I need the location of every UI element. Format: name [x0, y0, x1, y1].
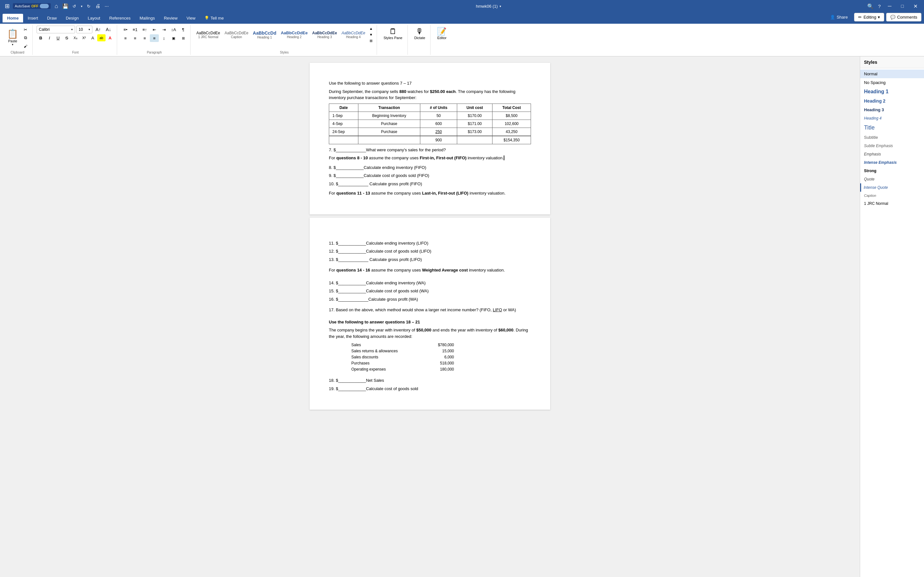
- styles-pane-list[interactable]: Normal No Spacing Heading 1 Heading 2 He…: [860, 68, 924, 577]
- font-name-selector[interactable]: Calibri ▾: [37, 26, 75, 33]
- align-center-button[interactable]: ≡: [131, 34, 140, 42]
- strikethrough-button[interactable]: S: [63, 34, 71, 41]
- italic-button[interactable]: I: [45, 34, 53, 41]
- highlight-button[interactable]: ab: [97, 34, 105, 41]
- undo-icon[interactable]: ↺: [71, 3, 78, 9]
- multilevel-button[interactable]: ≡↑: [140, 26, 149, 33]
- gallery-down-button[interactable]: ▼: [368, 32, 374, 37]
- tab-layout[interactable]: Layout: [83, 14, 105, 23]
- numbering-button[interactable]: ≡1: [131, 26, 140, 33]
- font-grow-button[interactable]: A↑: [94, 26, 103, 33]
- style-heading2[interactable]: AaBbCcDdEe Heading 2: [279, 29, 310, 40]
- tab-draw[interactable]: Draw: [43, 14, 61, 23]
- table-total-row: 900 $154,350: [329, 136, 531, 144]
- tab-insert[interactable]: Insert: [23, 14, 43, 23]
- tab-view[interactable]: View: [182, 14, 200, 23]
- line-spacing-button[interactable]: ↕: [160, 34, 168, 42]
- superscript-button[interactable]: X²: [80, 34, 88, 41]
- doc-area[interactable]: Use the following to answer questions 7 …: [0, 56, 860, 577]
- tab-references[interactable]: References: [105, 14, 135, 23]
- bold-button[interactable]: B: [37, 34, 45, 41]
- table-row: 4-Sep Purchase 600 $171.00 102,600: [329, 119, 531, 127]
- title-caret[interactable]: ▾: [499, 5, 501, 8]
- q18-line: 18. $____________Net Sales: [329, 377, 531, 384]
- style-pane-intense[interactable]: Intense Emphasis: [860, 158, 924, 167]
- style-pane-quote[interactable]: Quote: [860, 175, 924, 183]
- windows-icon[interactable]: ⊞: [4, 3, 10, 9]
- font-color-button[interactable]: A: [106, 34, 114, 41]
- underline-button[interactable]: U: [54, 34, 62, 41]
- help-icon[interactable]: ?: [878, 3, 881, 9]
- gallery-more-button[interactable]: ⊞: [368, 38, 374, 44]
- maximize-button[interactable]: □: [899, 3, 906, 10]
- home-icon[interactable]: ⌂: [53, 3, 60, 9]
- save-icon[interactable]: 💾: [62, 3, 69, 9]
- sort-button[interactable]: ↕A: [169, 26, 178, 33]
- gallery-nav: ▲ ▼ ⊞: [368, 26, 374, 44]
- style-heading1[interactable]: AaBbCcDd Heading 1: [251, 29, 278, 40]
- print-icon[interactable]: 🖨: [95, 3, 101, 9]
- editing-icon: ✏: [858, 15, 862, 19]
- minimize-button[interactable]: ─: [885, 2, 894, 10]
- more-commands-icon[interactable]: ⋯: [103, 3, 110, 9]
- style-pane-subtle[interactable]: Subtle Emphasis: [860, 142, 924, 150]
- style-pane-strong[interactable]: Strong: [860, 167, 924, 175]
- font-size-selector[interactable]: 10 ▾: [76, 26, 92, 33]
- show-formatting-button[interactable]: ¶: [179, 26, 188, 33]
- style-pane-iquote[interactable]: Intense Quote: [860, 183, 924, 192]
- borders-button[interactable]: ⊞: [179, 34, 188, 42]
- share-button[interactable]: 👤 Share: [825, 13, 853, 21]
- tab-home[interactable]: Home: [3, 14, 23, 23]
- align-right-button[interactable]: ≡: [140, 34, 149, 42]
- comments-button[interactable]: 💬 Comments: [886, 13, 921, 21]
- paste-button[interactable]: 📋 Paste ▾: [5, 28, 20, 47]
- style-pane-subtitle[interactable]: Subtitle: [860, 133, 924, 142]
- tab-review[interactable]: Review: [160, 14, 182, 23]
- tell-me[interactable]: 💡 Tell me: [200, 14, 228, 23]
- redo-icon[interactable]: ↻: [86, 3, 92, 9]
- decrease-indent-button[interactable]: ⇤: [150, 26, 159, 33]
- style-pane-h1[interactable]: Heading 1: [860, 87, 924, 97]
- style-pane-normal[interactable]: Normal: [860, 69, 924, 78]
- style-pane-h4[interactable]: Heading 4: [860, 114, 924, 122]
- style-pane-emphasis[interactable]: Emphasis: [860, 150, 924, 158]
- style-normal[interactable]: AaBbCcDdEe 1 JRC Normal: [194, 30, 222, 40]
- style-pane-title[interactable]: Title: [860, 122, 924, 133]
- undo-caret[interactable]: ▾: [80, 5, 83, 8]
- style-pane-caption[interactable]: Caption: [860, 192, 924, 199]
- style-heading3[interactable]: AaBbCcDdEe Heading 3: [310, 30, 339, 40]
- close-button[interactable]: ✕: [911, 2, 920, 10]
- increase-indent-button[interactable]: ⇥: [160, 26, 168, 33]
- font-shrink-button[interactable]: A↓: [104, 26, 113, 33]
- dictate-button[interactable]: 🎙 Dictate: [412, 26, 428, 41]
- style-heading4[interactable]: AaBbCcDdEe Heading 4: [339, 30, 367, 40]
- styles-gallery: AaBbCcDdEe 1 JRC Normal AaBbCcDdEe Capti…: [194, 26, 374, 44]
- gallery-up-button[interactable]: ▲: [368, 26, 374, 31]
- title-bar-center: hmwk06 (1) ▾: [476, 4, 501, 9]
- text-effects-button[interactable]: A: [89, 34, 97, 41]
- subscript-button[interactable]: X₂: [71, 34, 79, 41]
- styles-pane-button[interactable]: 🗒 Styles Pane: [381, 26, 405, 41]
- cut-button[interactable]: ✂: [21, 26, 30, 33]
- editor-button[interactable]: 📝 Editor: [435, 26, 449, 41]
- editing-button[interactable]: ✏ Editing ▾: [854, 13, 884, 21]
- bullets-button[interactable]: ≡•: [121, 26, 130, 33]
- styles-pane-icon: 🗒: [389, 27, 397, 36]
- tab-design[interactable]: Design: [61, 14, 83, 23]
- align-left-button[interactable]: ≡: [121, 34, 130, 42]
- style-caption[interactable]: AaBbCcDdEe Caption: [223, 30, 250, 40]
- copy-button[interactable]: ⧉: [21, 34, 30, 42]
- autosave-toggle[interactable]: [40, 4, 49, 8]
- ribbon: Home Insert Draw Design Layout Reference…: [0, 12, 924, 56]
- search-icon[interactable]: 🔍: [867, 3, 874, 9]
- paste-caret[interactable]: ▾: [12, 43, 13, 46]
- style-pane-jrc[interactable]: 1 JRC Normal: [860, 199, 924, 208]
- style-pane-no-spacing[interactable]: No Spacing: [860, 78, 924, 87]
- style-pane-h3[interactable]: Heading 3: [860, 105, 924, 114]
- shading-button[interactable]: ▣: [169, 34, 178, 42]
- format-painter-button[interactable]: 🖌: [21, 42, 30, 50]
- style-pane-h2[interactable]: Heading 2: [860, 97, 924, 105]
- tab-mailings[interactable]: Mailings: [135, 14, 160, 23]
- q8-line: 8. $____________Calculate ending invento…: [329, 164, 531, 171]
- justify-button[interactable]: ≡: [150, 34, 159, 42]
